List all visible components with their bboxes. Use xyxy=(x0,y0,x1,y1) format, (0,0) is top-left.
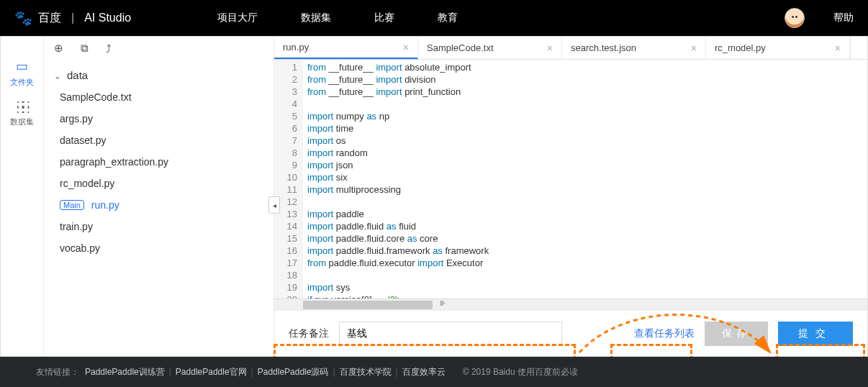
activity-bar: ▭ 文件夹 ∷∷∷∷ 数据集 xyxy=(1,37,44,356)
new-file-icon[interactable]: ⊕ xyxy=(54,42,63,55)
new-folder-icon[interactable]: ⧉ xyxy=(81,42,89,55)
file-item[interactable]: args.py xyxy=(44,108,273,129)
code-content[interactable]: from __future__ import absolute_import f… xyxy=(303,60,867,299)
file-item[interactable]: dataset.py xyxy=(44,129,273,151)
nav-education[interactable]: 教育 xyxy=(438,12,458,24)
activity-files-label: 文件夹 xyxy=(10,77,34,88)
footer-link[interactable]: PaddlePaddle源码 xyxy=(258,367,329,377)
logo[interactable]: 🐾 百度 | AI Studio xyxy=(14,9,131,27)
close-icon[interactable]: × xyxy=(403,42,409,53)
file-toolbar: ⊕ ⧉ ⤴ xyxy=(44,37,273,60)
file-tree-panel: ⊕ ⧉ ⤴ dataSampleCode.txtargs.pydataset.p… xyxy=(44,37,274,356)
footer-copyright: © 2019 Baidu 使用百度前必读 xyxy=(463,366,578,378)
collapse-handle[interactable]: ◂ xyxy=(268,196,280,214)
paw-icon: 🐾 xyxy=(14,9,32,27)
submit-button[interactable]: 提交 xyxy=(778,322,853,346)
upload-icon[interactable]: ⤴ xyxy=(106,42,112,55)
remark-label: 任务备注 xyxy=(289,327,329,340)
file-item[interactable]: train.py xyxy=(44,216,273,237)
nav-project-hall[interactable]: 项目大厅 xyxy=(217,12,258,24)
top-nav: 项目大厅 数据集 比赛 教育 xyxy=(217,12,458,24)
file-item[interactable]: SampleCode.txt xyxy=(44,86,273,108)
close-icon[interactable]: × xyxy=(835,42,841,54)
logo-baidu: 百度 xyxy=(38,11,61,26)
task-bar: 任务备注 查看任务列表 保存 提交 xyxy=(274,310,867,356)
close-icon[interactable]: × xyxy=(547,42,553,54)
workspace: ▭ 文件夹 ∷∷∷∷ 数据集 ⊕ ⧉ ⤴ dataSampleCode.txta… xyxy=(0,36,868,357)
help-link[interactable]: 帮助 xyxy=(833,12,854,24)
activity-dataset[interactable]: ∷∷∷∷ 数据集 xyxy=(1,95,43,135)
folder-data[interactable]: data xyxy=(44,64,273,86)
scrollbar-thumb[interactable] xyxy=(303,301,433,309)
footer-links: PaddlePaddle训练营|PaddlePaddle官网|PaddlePad… xyxy=(85,366,446,378)
nav-contest[interactable]: 比赛 xyxy=(374,12,394,24)
editor-tab[interactable]: SampleCode.txt× xyxy=(418,37,562,59)
line-gutter: 123456789101112131415161718192021222324 xyxy=(274,60,303,299)
code-editor[interactable]: 123456789101112131415161718192021222324 … xyxy=(274,60,867,299)
editor-tab[interactable]: search.test.json× xyxy=(562,37,706,59)
activity-files[interactable]: ▭ 文件夹 xyxy=(1,51,43,95)
file-item[interactable]: vocab.py xyxy=(44,237,273,259)
file-item[interactable]: rc_model.py xyxy=(44,173,273,194)
file-tree: dataSampleCode.txtargs.pydataset.pyparag… xyxy=(44,60,273,263)
view-tasks-button[interactable]: 查看任务列表 xyxy=(634,327,695,340)
top-bar: 🐾 百度 | AI Studio 项目大厅 数据集 比赛 教育 帮助 xyxy=(0,0,868,36)
file-item[interactable]: paragraph_extraction.py xyxy=(44,151,273,173)
save-button[interactable]: 保存 xyxy=(705,322,768,346)
file-item-main[interactable]: Main run.py xyxy=(44,194,273,216)
avatar[interactable] xyxy=(785,8,805,28)
tab-bar: run.py×SampleCode.txt×search.test.json×r… xyxy=(274,37,867,60)
editor-tab[interactable]: rc_model.py× xyxy=(706,37,850,59)
editor-area: ◂ run.py×SampleCode.txt×search.test.json… xyxy=(274,37,867,356)
nav-dataset[interactable]: 数据集 xyxy=(301,12,331,24)
footer-link[interactable]: 百度技术学院 xyxy=(340,367,392,377)
logo-separator: | xyxy=(71,12,74,24)
folder-icon: ▭ xyxy=(16,58,28,74)
footer-link[interactable]: PaddlePaddle训练营 xyxy=(85,367,165,377)
logo-studio: AI Studio xyxy=(84,12,131,24)
activity-dataset-label: 数据集 xyxy=(10,117,34,127)
dataset-icon: ∷∷∷∷ xyxy=(17,102,28,114)
footer-links-label: 友情链接： xyxy=(36,366,79,378)
scrollbar-marker: ⊪ xyxy=(440,299,446,311)
horizontal-scrollbar[interactable]: ⊪ xyxy=(274,299,867,310)
editor-tab[interactable]: run.py× xyxy=(274,37,418,59)
footer-link[interactable]: PaddlePaddle官网 xyxy=(176,367,247,377)
footer: 友情链接： PaddlePaddle训练营|PaddlePaddle官网|Pad… xyxy=(0,357,868,387)
remark-input[interactable] xyxy=(339,322,562,346)
close-icon[interactable]: × xyxy=(691,42,697,54)
footer-link[interactable]: 百度效率云 xyxy=(402,367,446,377)
